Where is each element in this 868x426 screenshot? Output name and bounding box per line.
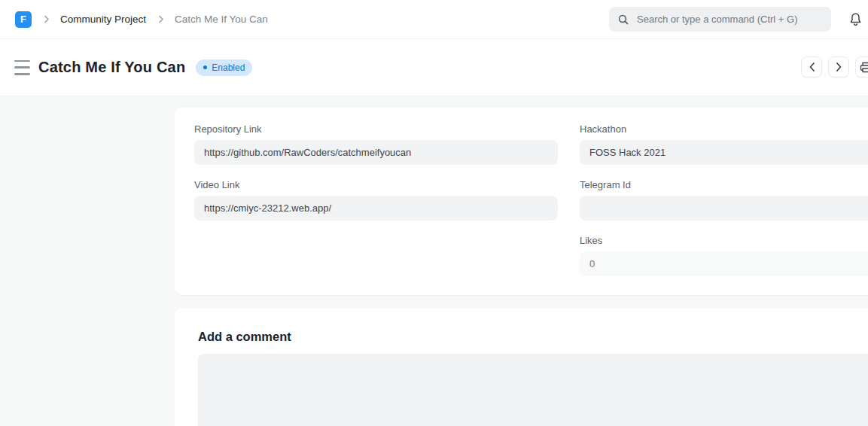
breadcrumb-community-project[interactable]: Community Project (60, 14, 146, 25)
sidebar-toggle-button[interactable] (14, 59, 32, 77)
frappe-f-logo-icon: F (20, 14, 26, 25)
record-nav-actions (801, 56, 868, 78)
chevron-right-icon (836, 62, 842, 72)
details-form-card: Repository Link Video Link Hackathon Tel… (175, 108, 868, 295)
telegram-id-label: Telegram Id (580, 179, 868, 190)
comment-section-card: Add a comment (175, 308, 868, 426)
chevron-right-icon (158, 14, 164, 24)
telegram-id-input[interactable] (580, 196, 868, 221)
app-logo[interactable]: F (15, 11, 32, 28)
global-search[interactable] (609, 7, 831, 32)
comment-input[interactable] (198, 354, 868, 426)
hackathon-label: Hackathon (580, 123, 868, 135)
hamburger-icon (14, 73, 30, 75)
video-link-input[interactable] (194, 196, 558, 221)
add-comment-heading: Add a comment (198, 330, 868, 344)
field-hackathon: Hackathon (580, 123, 868, 165)
top-navbar: F Community Project Catch Me If You Can (0, 0, 868, 39)
chevron-right-icon (44, 14, 50, 24)
chevron-left-icon (809, 62, 815, 72)
search-icon (618, 14, 629, 25)
form-column-right: Hackathon Telegram Id Likes (580, 123, 868, 291)
search-input[interactable] (635, 13, 822, 26)
bell-icon (848, 12, 863, 27)
field-repository-link: Repository Link (194, 123, 558, 165)
breadcrumb-current-doc: Catch Me If You Can (175, 14, 268, 25)
status-badge-label: Enabled (212, 62, 245, 73)
likes-input[interactable] (580, 251, 868, 276)
notifications-button[interactable] (845, 10, 865, 29)
page-body: Repository Link Video Link Hackathon Tel… (0, 96, 868, 426)
printer-icon (860, 62, 868, 73)
video-link-label: Video Link (194, 179, 558, 190)
field-likes: Likes (580, 235, 868, 276)
repository-link-label: Repository Link (194, 123, 558, 135)
hamburger-icon (14, 66, 30, 68)
field-video-link: Video Link (194, 179, 558, 221)
status-badge: Enabled (196, 59, 252, 76)
prev-record-button[interactable] (801, 56, 822, 78)
status-dot-icon (203, 65, 207, 69)
hamburger-icon (14, 60, 30, 62)
form-grid: Repository Link Video Link Hackathon Tel… (194, 123, 868, 291)
hackathon-input[interactable] (580, 140, 868, 165)
likes-label: Likes (580, 235, 868, 246)
print-button[interactable] (855, 56, 868, 78)
page-head: Catch Me If You Can Enabled (0, 39, 868, 96)
field-telegram-id: Telegram Id (580, 179, 868, 221)
page-title: Catch Me If You Can (38, 59, 185, 76)
repository-link-input[interactable] (194, 140, 558, 165)
next-record-button[interactable] (828, 56, 849, 78)
form-column-left: Repository Link Video Link (194, 123, 558, 291)
